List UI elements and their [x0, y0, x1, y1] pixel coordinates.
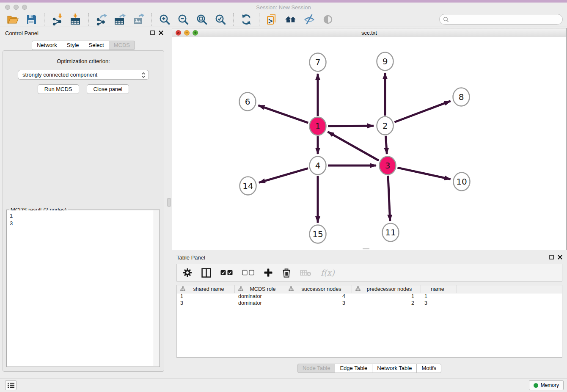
criterion-value: strongly connected component — [22, 72, 97, 78]
hierarchy-icon — [355, 286, 361, 293]
zoom-out-button[interactable] — [176, 13, 190, 26]
control-panel-title: Control Panel — [5, 30, 39, 36]
column-header-mcds-role[interactable]: MCDS role — [235, 285, 285, 293]
node-table[interactable]: shared name MCDS role successor nodes pr… — [176, 285, 562, 358]
toolbar-separator — [44, 13, 44, 26]
export-table-icon — [114, 13, 127, 26]
edge-1-2[interactable] — [328, 126, 374, 126]
zoom-fit-button[interactable] — [195, 13, 209, 26]
edge-2-8[interactable] — [394, 101, 450, 122]
open-session-button[interactable] — [6, 13, 19, 26]
network-from-selection-icon — [266, 13, 278, 26]
contrast-eye-icon — [322, 13, 334, 26]
column-header-name[interactable]: name — [421, 285, 457, 293]
graph-node-label: 9 — [383, 56, 388, 66]
select-none-icon — [242, 269, 254, 276]
tab-mcds[interactable]: MCDS — [109, 41, 135, 50]
result-line: 1 — [7, 210, 159, 219]
save-session-button[interactable] — [25, 13, 38, 26]
float-panel-icon[interactable] — [150, 30, 155, 35]
titlebar: Session: New Session — [0, 3, 567, 12]
result-scrollbar[interactable] — [154, 210, 159, 366]
tab-select[interactable]: Select — [84, 41, 109, 50]
tab-node-table[interactable]: Node Table — [297, 364, 335, 373]
function-icon: f(x) — [321, 268, 335, 277]
task-history-button[interactable] — [5, 380, 17, 390]
export-image-button[interactable] — [132, 13, 146, 26]
close-table-panel-icon[interactable] — [558, 255, 562, 259]
graph-node-label: 11 — [385, 227, 396, 237]
edge-3-1[interactable] — [328, 132, 379, 160]
home-icon — [284, 13, 297, 26]
show-graphics-button[interactable] — [321, 13, 335, 26]
select-all-icon — [220, 269, 233, 276]
network-from-selection-button[interactable] — [265, 13, 279, 26]
canvas-scroll-nub[interactable] — [363, 248, 369, 249]
toolbar-separator — [88, 13, 89, 26]
zoom-fit-icon — [195, 13, 208, 26]
import-network-button[interactable] — [50, 13, 64, 26]
table-settings-button[interactable] — [183, 268, 192, 277]
apply-layout-button[interactable] — [239, 13, 253, 26]
home-button[interactable] — [284, 13, 297, 26]
export-image-icon — [132, 13, 145, 26]
memory-button[interactable]: Memory — [529, 380, 564, 390]
delete-table-button[interactable] — [300, 269, 311, 276]
zoom-in-button[interactable] — [158, 13, 171, 26]
edge-3-11[interactable] — [388, 176, 390, 221]
tab-motifs[interactable]: Motifs — [416, 364, 441, 373]
tab-edge-table[interactable]: Edge Table — [335, 364, 372, 373]
add-column-button[interactable] — [264, 268, 273, 277]
open-folder-icon — [6, 13, 19, 26]
panel-splitter-handle[interactable] — [167, 198, 171, 207]
hide-graphics-button[interactable] — [303, 13, 316, 26]
column-header-successor-nodes[interactable]: successor nodes — [285, 285, 352, 293]
hierarchy-icon — [180, 286, 185, 293]
graph-node-label: 14 — [242, 181, 253, 191]
criterion-select[interactable]: strongly connected component — [18, 70, 149, 80]
hide-eye-icon — [303, 13, 316, 26]
close-panel-icon[interactable] — [159, 30, 163, 35]
search-input[interactable] — [439, 14, 563, 25]
zoom-selected-icon — [214, 13, 227, 26]
network-window-titlebar[interactable]: scc.txt — [172, 28, 566, 37]
export-network-button[interactable] — [95, 13, 108, 26]
tab-network[interactable]: Network — [32, 41, 62, 50]
import-table-button[interactable] — [69, 13, 83, 26]
export-table-button[interactable] — [113, 13, 127, 26]
close-panel-button[interactable]: Close panel — [87, 84, 129, 94]
toolbar-separator — [151, 13, 152, 26]
result-line: 3 — [7, 219, 159, 227]
application-window: Session: New Session Control Panel — [0, 0, 567, 392]
zoom-out-icon — [177, 13, 190, 26]
mcds-result-list[interactable]: 1 3 — [7, 210, 159, 366]
tab-network-table[interactable]: Network Table — [372, 364, 416, 373]
column-header-shared-name[interactable]: shared name — [177, 285, 235, 293]
network-canvas[interactable]: 7968124314101511 — [172, 37, 566, 250]
main-toolbar — [0, 12, 567, 27]
delete-column-button[interactable] — [282, 268, 291, 278]
column-header-predecessor-nodes[interactable]: predecessor nodes — [352, 285, 421, 293]
float-table-panel-icon[interactable] — [549, 255, 554, 259]
table-panel: Table Panel f(x) shared name MCDS role s… — [172, 252, 567, 377]
edge-3-10[interactable] — [397, 168, 450, 179]
edge-1-6[interactable] — [258, 105, 308, 123]
network-view-window: scc.txt 7968124314101511 — [172, 28, 567, 250]
function-builder-button[interactable]: f(x) — [321, 268, 335, 277]
run-mcds-button[interactable]: Run MCDS — [38, 84, 79, 94]
select-all-button[interactable] — [220, 269, 233, 276]
graph-node-label: 3 — [385, 160, 391, 171]
graph-node-label: 1 — [315, 121, 321, 131]
network-graph[interactable]: 7968124314101511 — [172, 37, 566, 250]
graph-node-label: 15 — [312, 229, 323, 239]
save-floppy-icon — [25, 13, 38, 26]
show-columns-button[interactable] — [201, 268, 211, 278]
table-row[interactable]: 1 dominator 4 1 1 — [177, 293, 562, 300]
select-none-button[interactable] — [242, 269, 254, 276]
zoom-selected-button[interactable] — [214, 13, 227, 26]
table-row[interactable]: 3 dominator 3 2 3 — [177, 300, 562, 307]
tab-style[interactable]: Style — [62, 41, 84, 50]
control-panel-tabs: Network Style Select MCDS — [0, 41, 167, 50]
edge-2-3[interactable] — [386, 136, 387, 154]
edge-4-14[interactable] — [259, 168, 308, 183]
